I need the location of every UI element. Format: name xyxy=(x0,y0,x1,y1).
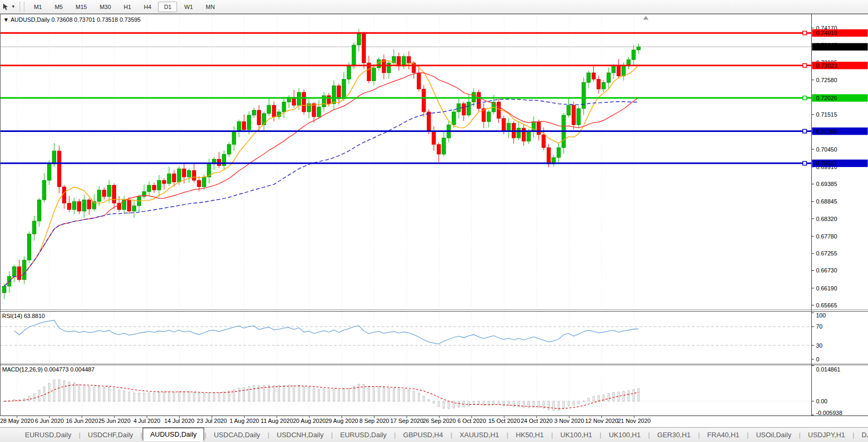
macd-histogram-bar xyxy=(328,390,330,401)
rsi-axis-label: 70 xyxy=(816,323,822,330)
rsi-label: RSI(14) 63.8810 xyxy=(2,313,45,319)
macd-histogram-bar xyxy=(73,383,75,401)
cursor-dropdown-arrow-icon[interactable]: ▼ xyxy=(11,4,15,9)
level-line-handle[interactable] xyxy=(803,64,806,67)
candle-body xyxy=(237,121,241,131)
candle-body xyxy=(272,105,276,117)
candle-body xyxy=(437,145,441,154)
macd-histogram-bar xyxy=(303,386,305,401)
timeframe-button-m1[interactable]: M1 xyxy=(28,2,48,12)
chart-tab-usdcad-daily[interactable]: USDCAD,Daily xyxy=(207,429,267,440)
candle-body xyxy=(432,131,436,145)
toolbar-grip[interactable] xyxy=(20,2,24,12)
macd-histogram-bar xyxy=(593,396,594,401)
level-price-badge-label: 0.70021 xyxy=(816,160,837,166)
candle-body xyxy=(372,68,376,81)
candle-body xyxy=(28,234,31,260)
chart-shift-marker-icon[interactable] xyxy=(643,16,648,20)
chart-tabs: EURUSD,Daily|USDCHF,Daily|AUDUSD,Daily|U… xyxy=(18,429,868,441)
timeframe-button-h1[interactable]: H1 xyxy=(118,2,137,12)
macd-histogram-bar xyxy=(393,388,394,401)
macd-histogram-bar xyxy=(178,392,180,401)
timeframe-button-d1[interactable]: D1 xyxy=(158,2,177,12)
timeframe-button-group: M1M5M15M30H1H4D1W1MN xyxy=(28,2,221,12)
macd-histogram-bar xyxy=(29,396,30,401)
price-axis-label: 0.66190 xyxy=(816,285,837,291)
chart-tab-gbpusd-h4[interactable]: GBPUSD,H4 xyxy=(396,429,450,440)
macd-histogram-bar xyxy=(513,401,514,407)
macd-histogram-bar xyxy=(38,390,40,401)
chart-tab-audusd-daily[interactable]: AUDUSD,Daily xyxy=(143,428,204,441)
rsi-axis-label: 0 xyxy=(816,356,819,363)
chart-tab-usoil-daily[interactable]: USOil,Daily xyxy=(749,429,798,440)
candle-body xyxy=(387,63,391,73)
chart-tab-ger30-h1[interactable]: GER30,H1 xyxy=(651,429,698,440)
date-label: 6 Jun 2020 xyxy=(35,418,64,424)
cursor-tool-button[interactable]: ▼ xyxy=(0,1,19,12)
price-axis-label: 0.72580 xyxy=(816,77,837,83)
timeframe-button-m5[interactable]: M5 xyxy=(49,2,68,12)
macd-histogram-bar xyxy=(403,389,405,401)
macd-histogram-bar xyxy=(338,390,340,401)
chart-canvas[interactable]: AUDUSD,Daily 0.73608 0.73701 0.73518 0.7… xyxy=(0,0,868,427)
chart-tab-usdcnh-daily[interactable]: USDCNH,Daily xyxy=(270,429,330,440)
timeframe-button-m15[interactable]: M15 xyxy=(69,2,92,12)
candle-body xyxy=(3,286,6,293)
candle-body xyxy=(197,180,201,187)
timeframe-button-h4[interactable]: H4 xyxy=(138,2,157,12)
macd-histogram-bar xyxy=(203,394,205,401)
date-label: 1 Aug 2020 xyxy=(230,418,259,424)
chart-tab-dj30-daily[interactable]: DJ30,Daily xyxy=(855,429,868,440)
chart-collapse-icon[interactable]: ▼ xyxy=(3,16,9,23)
chart-tab-fra40-h1[interactable]: FRA40,H1 xyxy=(700,429,747,440)
level-line-handle[interactable] xyxy=(803,162,806,165)
macd-histogram-bar xyxy=(313,388,315,401)
chart-tab-eurusd-daily[interactable]: EURUSD,Daily xyxy=(18,429,78,440)
candle-body xyxy=(522,128,525,142)
candle-body xyxy=(47,164,51,180)
candle-body xyxy=(162,180,166,183)
candle-body xyxy=(72,201,76,209)
price-axis-label: 0.68320 xyxy=(816,216,837,222)
candle-body xyxy=(22,260,26,280)
candle-body xyxy=(422,89,426,112)
candle-body xyxy=(347,66,350,79)
level-line-handle[interactable] xyxy=(803,31,806,35)
candle-body xyxy=(407,56,411,63)
level-line-handle[interactable] xyxy=(803,129,806,133)
macd-histogram-bar xyxy=(93,387,95,401)
chart-tab-usdchf-daily[interactable]: USDCHF,Daily xyxy=(81,429,140,440)
candle-body xyxy=(57,151,61,187)
candle-body xyxy=(362,33,366,63)
level-line-handle[interactable] xyxy=(803,96,806,100)
candle-body xyxy=(572,105,575,125)
date-label: 25 Jun 2020 xyxy=(98,418,130,424)
chart-tab-hk50-h1[interactable]: HK50,H1 xyxy=(509,429,551,440)
macd-histogram-bar xyxy=(103,387,105,401)
macd-histogram-bar xyxy=(188,392,190,401)
chart-tab-xauusd-h1[interactable]: XAUUSD,H1 xyxy=(453,429,506,440)
candle-body xyxy=(177,169,181,182)
chart-tab-uk100-h1[interactable]: UK100,H1 xyxy=(602,429,647,440)
candle-body xyxy=(507,123,511,131)
timeframe-button-m30[interactable]: M30 xyxy=(94,2,117,12)
macd-axis-label: 0.014861 xyxy=(816,366,840,373)
timeframe-button-mn[interactable]: MN xyxy=(200,2,221,12)
date-label: 14 Jul 2020 xyxy=(164,418,195,424)
price-axis-label: 0.69385 xyxy=(816,181,837,187)
macd-histogram-bar xyxy=(183,392,185,401)
macd-histogram-bar xyxy=(578,401,580,404)
macd-histogram-bar xyxy=(493,401,495,404)
chart-tab-usdjpy-h1[interactable]: USDJPY,H1 xyxy=(801,429,852,440)
macd-histogram-bar xyxy=(553,401,555,410)
price-axis-label: 0.65665 xyxy=(816,302,837,308)
timeframe-button-w1[interactable]: W1 xyxy=(178,2,199,12)
macd-histogram-bar xyxy=(443,401,444,408)
candle-body xyxy=(252,110,256,115)
chart-tab-eurusd-daily[interactable]: EURUSD,Daily xyxy=(334,429,393,440)
candle-body xyxy=(427,112,431,131)
macd-histogram-bar xyxy=(283,385,285,401)
chart-tab-uk100-h1[interactable]: UK100,H1 xyxy=(554,429,599,440)
macd-histogram-bar xyxy=(398,389,400,401)
macd-histogram-bar xyxy=(223,392,225,401)
